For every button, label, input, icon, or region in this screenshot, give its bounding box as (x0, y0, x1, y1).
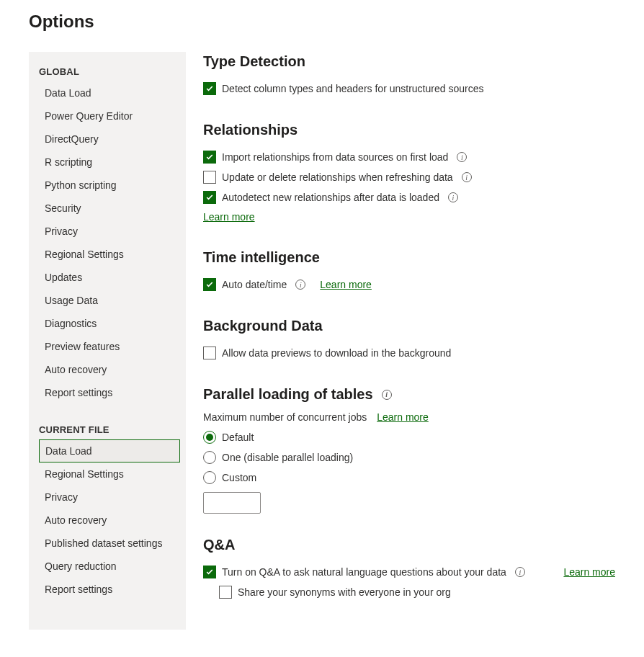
label-max-concurrent: Maximum number of concurrent jobs (203, 411, 367, 423)
link-parallel-learn-more[interactable]: Learn more (377, 411, 429, 423)
checkbox-qa-on[interactable] (203, 566, 216, 578)
label-background-preview: Allow data previews to download in the b… (222, 347, 451, 359)
section-title-qa: Q&A (203, 537, 615, 553)
section-title-parallel-loading: Parallel loading of tables i (203, 386, 615, 403)
section-time-intelligence: Time intelligence Auto date/time i Learn… (203, 249, 615, 295)
content-pane: Type Detection Detect column types and h… (203, 52, 615, 630)
sidebar-item-data-load[interactable]: Data Load (29, 81, 186, 104)
checkbox-share-synonyms[interactable] (219, 586, 232, 599)
sidebar-item-query-reduction[interactable]: Query reduction (29, 555, 186, 578)
link-qa-learn-more[interactable]: Learn more (563, 566, 615, 578)
checkbox-import-relationships[interactable] (203, 151, 216, 164)
page-title: Options (29, 12, 615, 32)
section-title-relationships: Relationships (203, 122, 615, 138)
label-autodetect-relationships: Autodetect new relationships after data … (222, 192, 439, 203)
sidebar-item-published-dataset-settings[interactable]: Published dataset settings (29, 532, 186, 555)
label-import-relationships: Import relationships from data sources o… (222, 151, 448, 163)
section-parallel-loading: Parallel loading of tables i Maximum num… (203, 386, 615, 514)
section-title-type-detection: Type Detection (203, 53, 615, 70)
section-type-detection: Type Detection Detect column types and h… (203, 53, 615, 99)
sidebar-item-python-scripting[interactable]: Python scripting (29, 174, 186, 197)
sidebar-item-power-query-editor[interactable]: Power Query Editor (29, 104, 186, 128)
sidebar-item-data-load[interactable]: Data Load (39, 439, 180, 462)
sidebar-header-global: GLOBAL (29, 62, 186, 81)
input-custom-jobs[interactable] (203, 492, 261, 514)
sidebar-item-security[interactable]: Security (29, 197, 186, 220)
sidebar-header-current: CURRENT FILE (29, 420, 186, 439)
sidebar: GLOBAL Data LoadPower Query EditorDirect… (29, 52, 186, 630)
label-auto-datetime: Auto date/time (222, 279, 287, 290)
info-icon[interactable]: i (382, 390, 392, 400)
link-time-learn-more[interactable]: Learn more (320, 279, 372, 290)
sidebar-item-privacy[interactable]: Privacy (29, 220, 186, 243)
sidebar-item-privacy[interactable]: Privacy (29, 486, 186, 509)
info-icon[interactable]: i (448, 192, 458, 202)
checkbox-detect-types[interactable] (203, 82, 216, 95)
label-radio-default: Default (222, 432, 254, 443)
info-icon[interactable]: i (515, 567, 525, 577)
info-icon[interactable]: i (295, 280, 305, 290)
sidebar-item-auto-recovery[interactable]: Auto recovery (29, 358, 186, 381)
radio-default[interactable] (203, 431, 216, 444)
label-radio-one: One (disable parallel loading) (222, 452, 353, 463)
checkbox-background-preview[interactable] (203, 347, 216, 359)
sidebar-item-auto-recovery[interactable]: Auto recovery (29, 509, 186, 532)
label-share-synonyms: Share your synonyms with everyone in you… (238, 586, 451, 598)
section-relationships: Relationships Import relationships from … (203, 122, 615, 226)
label-qa-on: Turn on Q&A to ask natural language ques… (222, 566, 506, 578)
section-title-time-intelligence: Time intelligence (203, 249, 615, 266)
sidebar-item-report-settings[interactable]: Report settings (29, 381, 186, 404)
sidebar-item-report-settings[interactable]: Report settings (29, 578, 186, 601)
link-relationships-learn-more[interactable]: Learn more (203, 211, 255, 223)
sidebar-item-directquery[interactable]: DirectQuery (29, 128, 186, 151)
sidebar-item-usage-data[interactable]: Usage Data (29, 289, 186, 312)
sidebar-item-r-scripting[interactable]: R scripting (29, 151, 186, 174)
section-title-background-data: Background Data (203, 318, 615, 334)
info-icon[interactable]: i (462, 172, 472, 182)
info-icon[interactable]: i (457, 152, 467, 162)
label-detect-types: Detect column types and headers for unst… (222, 83, 483, 94)
label-radio-custom: Custom (222, 472, 256, 483)
sidebar-item-diagnostics[interactable]: Diagnostics (29, 312, 186, 335)
radio-custom[interactable] (203, 471, 216, 484)
sidebar-item-regional-settings[interactable]: Regional Settings (29, 462, 186, 486)
sidebar-item-updates[interactable]: Updates (29, 266, 186, 289)
checkbox-update-relationships[interactable] (203, 171, 216, 184)
sidebar-item-regional-settings[interactable]: Regional Settings (29, 243, 186, 266)
sidebar-item-preview-features[interactable]: Preview features (29, 335, 186, 358)
section-background-data: Background Data Allow data previews to d… (203, 318, 615, 363)
radio-one[interactable] (203, 451, 216, 464)
label-update-relationships: Update or delete relationships when refr… (222, 171, 453, 183)
checkbox-autodetect-relationships[interactable] (203, 191, 216, 204)
section-qa: Q&A Turn on Q&A to ask natural language … (203, 537, 615, 602)
checkbox-auto-datetime[interactable] (203, 278, 216, 291)
